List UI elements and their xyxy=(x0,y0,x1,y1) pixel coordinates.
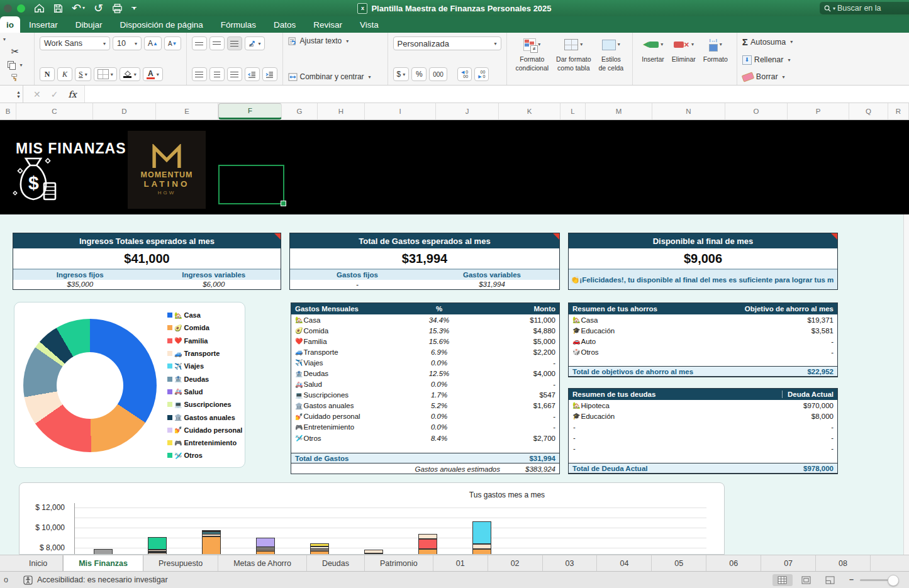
page-break-view-icon[interactable] xyxy=(820,574,840,586)
column-header-N[interactable]: N xyxy=(652,103,725,119)
ribbon-tab-insertar[interactable]: Insertar xyxy=(20,16,67,33)
undo-icon[interactable]: ↶▾ xyxy=(72,3,85,14)
borders-button[interactable]: ▾ xyxy=(94,67,117,81)
sheet-tab-01[interactable]: 01 xyxy=(433,555,488,571)
currency-button[interactable]: $▾ xyxy=(393,67,410,81)
table-row[interactable]: 💅Cuidado personal0.0%- xyxy=(291,411,559,422)
column-header-L[interactable]: L xyxy=(560,103,586,119)
table-row[interactable]: 🚑Salud0.0%- xyxy=(291,379,559,390)
name-box-spinner-icon[interactable]: ▲▼ xyxy=(16,90,21,99)
column-header-E[interactable]: E xyxy=(156,103,218,119)
merge-center-button[interactable]: Combinar y centrar▾ xyxy=(288,72,382,81)
column-header-P[interactable]: P xyxy=(788,103,849,119)
fill-handle[interactable] xyxy=(281,201,286,206)
fill-button[interactable]: ⬇Rellenar▾ xyxy=(742,55,793,65)
align-middle-icon[interactable] xyxy=(209,36,225,50)
undo-dropdown-icon[interactable]: ▾ xyxy=(82,6,85,11)
column-header-O[interactable]: O xyxy=(725,103,788,119)
table-row[interactable]: 🏡Casa34.4%$11,000 xyxy=(291,314,559,325)
table-row[interactable]: 🏡Hipoteca$970,000 xyxy=(569,400,837,411)
increase-indent-icon[interactable] xyxy=(262,67,277,81)
income-variable-value[interactable]: $6,000 xyxy=(147,280,281,289)
ribbon-tab-io[interactable]: io xyxy=(0,16,20,33)
zoom-out-icon[interactable]: − xyxy=(849,575,854,584)
accessibility-status[interactable]: Accesibilidad: es necesario investigar xyxy=(23,575,168,585)
sheet-tab-presupuesto[interactable]: Presupuesto xyxy=(143,555,218,571)
font-color-button[interactable]: A▾ xyxy=(143,67,163,81)
confirm-entry-icon[interactable]: ✓ xyxy=(51,89,59,99)
search-input[interactable]: ▾ Buscar en la xyxy=(820,2,909,14)
decrease-indent-icon[interactable] xyxy=(245,67,260,81)
income-total-value[interactable]: $41,000 xyxy=(13,248,281,270)
table-row[interactable]: 🥑Comida15.3%$4,880 xyxy=(291,325,559,336)
align-top-icon[interactable] xyxy=(192,36,207,50)
expenses-total-value[interactable]: $31,994 xyxy=(290,248,559,270)
format-cells-button[interactable]: I↔I▾ Formato xyxy=(700,35,732,63)
home-icon[interactable] xyxy=(34,3,45,13)
sheet-tab-02[interactable]: 02 xyxy=(488,555,543,571)
column-header-M[interactable]: M xyxy=(586,103,652,119)
autosum-button[interactable]: ΣAutosuma▾ xyxy=(742,36,793,47)
cancel-entry-icon[interactable]: ✕ xyxy=(33,89,41,99)
bold-button[interactable]: N xyxy=(40,67,55,81)
column-header-J[interactable]: J xyxy=(436,103,499,119)
insert-cells-button[interactable]: ◀▾ Insertar xyxy=(638,35,668,63)
ribbon-tab-vista[interactable]: Vista xyxy=(351,16,388,33)
zoom-slider[interactable] xyxy=(860,579,898,581)
align-right-icon[interactable] xyxy=(227,67,242,81)
selected-cell[interactable] xyxy=(218,165,284,204)
insert-function-icon[interactable]: fx xyxy=(68,89,76,99)
table-row[interactable]: 🏡Casa$19,371 xyxy=(569,314,837,325)
table-row[interactable]: 🏛️Gastos anuales5.2%$1,667 xyxy=(291,401,559,411)
align-bottom-icon[interactable] xyxy=(227,36,242,50)
sheet-tab-deudas[interactable]: Deudas xyxy=(307,555,365,571)
ribbon-tab-dibujar[interactable]: Dibujar xyxy=(67,16,111,33)
column-header-F[interactable]: F xyxy=(218,103,282,119)
align-center-icon[interactable] xyxy=(209,67,225,81)
decrease-font-icon[interactable]: A▼ xyxy=(164,36,181,50)
table-row[interactable]: -- xyxy=(569,432,837,443)
sheet-tab-patrimonio[interactable]: Patrimonio xyxy=(365,555,433,571)
table-row[interactable]: 🎓Educación$3,581 xyxy=(569,325,837,336)
column-header-B[interactable]: B xyxy=(0,103,16,119)
save-icon[interactable] xyxy=(53,4,63,13)
income-fixed-value[interactable]: $35,000 xyxy=(13,280,147,289)
ribbon-tab-disposición-de-página[interactable]: Disposición de página xyxy=(111,16,212,33)
paste-dropdown-icon[interactable]: ▾ xyxy=(3,36,6,42)
table-row[interactable]: 🎲Otros- xyxy=(569,347,837,357)
table-row[interactable]: 🏦Deudas12.5%$4,000 xyxy=(291,368,559,379)
table-row[interactable]: ❤️Familia15.6%$5,000 xyxy=(291,336,559,347)
column-header-R[interactable]: R xyxy=(888,103,909,119)
sheet-tab-metas-de-ahorro[interactable]: Metas de Ahorro xyxy=(218,555,307,571)
vertical-scrollbar[interactable] xyxy=(903,214,909,555)
table-row[interactable]: 🎓Educación$8,000 xyxy=(569,411,837,421)
table-row[interactable]: 🚙Transporte6.9%$2,200 xyxy=(291,347,559,357)
delete-cells-button[interactable]: ✕▾ Eliminar xyxy=(668,35,700,63)
sheet-tab-03[interactable]: 03 xyxy=(543,555,598,571)
decrease-decimal-button[interactable]: ◀ 000 xyxy=(457,67,472,81)
print-icon[interactable] xyxy=(112,4,123,13)
column-header-I[interactable]: I xyxy=(365,103,436,119)
page-layout-view-icon[interactable] xyxy=(796,574,817,586)
redo-icon[interactable]: ↺ xyxy=(94,3,103,14)
ribbon-tab-revisar[interactable]: Revisar xyxy=(304,16,351,33)
font-name-select[interactable]: Work Sans▾ xyxy=(40,36,110,50)
sheet-tab-inicio[interactable]: Inicio xyxy=(14,555,63,571)
clear-button[interactable]: Borrar▾ xyxy=(742,72,793,81)
copy-dropdown-icon[interactable]: ▾ xyxy=(20,62,22,68)
fill-color-button[interactable]: ▾ xyxy=(120,67,140,81)
italic-button[interactable]: K xyxy=(57,67,72,81)
search-dropdown-icon[interactable]: ▾ xyxy=(833,6,835,11)
cut-icon[interactable]: ✂ xyxy=(11,46,20,57)
window-control-icon[interactable] xyxy=(4,4,12,13)
available-value[interactable]: $9,006 xyxy=(569,248,837,270)
column-header-Q[interactable]: Q xyxy=(849,103,888,119)
sheet-tab-07[interactable]: 07 xyxy=(761,555,816,571)
percent-button[interactable]: % xyxy=(411,67,427,81)
table-row[interactable]: 🚗Auto- xyxy=(569,336,837,347)
sheet-tab-05[interactable]: 05 xyxy=(652,555,706,571)
sheet-tab-04[interactable]: 04 xyxy=(597,555,652,571)
window-zoom-icon[interactable] xyxy=(17,4,25,13)
sheet-tab-mis-finanzas[interactable]: Mis Finanzas xyxy=(63,555,143,571)
thousands-button[interactable]: 000 xyxy=(429,67,447,81)
